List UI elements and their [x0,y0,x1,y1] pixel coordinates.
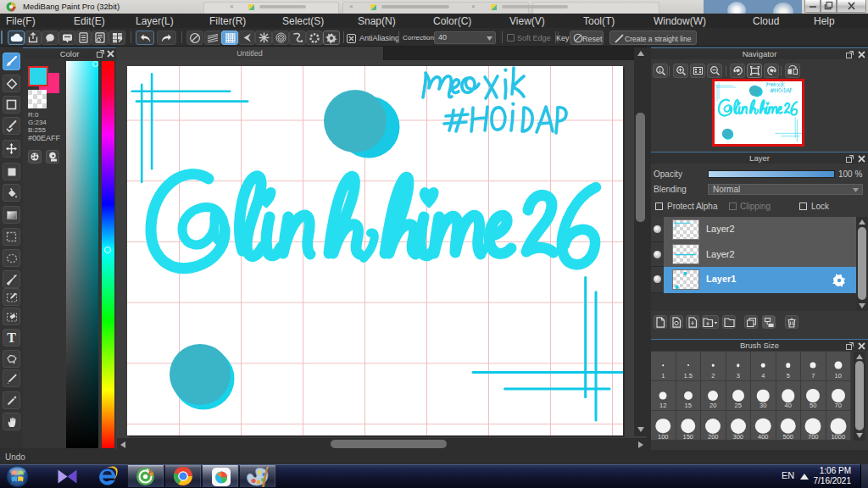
svg-text:1: 1 [658,68,661,73]
